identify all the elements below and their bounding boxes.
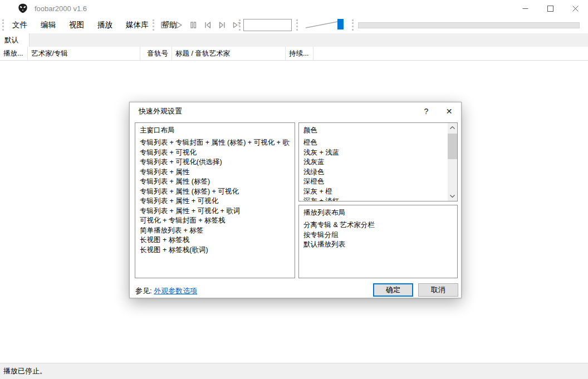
help-icon: ? [424, 107, 429, 116]
toolbar-grip[interactable] [352, 19, 354, 31]
dialog-close-button[interactable]: ✕ [438, 102, 460, 120]
pause-icon [188, 20, 198, 30]
previous-track-button[interactable] [202, 19, 214, 31]
playlist-column-headers: 播放... 艺术家/专辑 音轨号 标题 / 音轨艺术家 持续... [0, 47, 588, 61]
quick-appearance-setup-dialog: 快速外观设置 ? ✕ 主窗口布局 专辑列表 + 专辑封面 + 属性 (标签) +… [129, 102, 462, 298]
search-input[interactable] [243, 19, 292, 31]
main-layout-listbox[interactable]: 主窗口布局 专辑列表 + 专辑封面 + 属性 (标签) + 可视化 + 歌词专辑… [135, 122, 295, 278]
layout-option[interactable]: 长视图 + 标签栈(歌词) [140, 245, 290, 255]
color-option[interactable]: 深灰 + 橙 [303, 187, 445, 197]
column-header-track-number[interactable]: 音轨号 [140, 47, 172, 60]
layout-option[interactable]: 专辑列表 + 属性 [140, 168, 290, 178]
color-option[interactable]: 浅灰蓝 [303, 157, 445, 168]
playlist-layout-listbox[interactable]: 播放列表布局 分离专辑 & 艺术家分栏按专辑分组默认播放列表 [298, 205, 458, 278]
layout-option[interactable]: 可视化 + 专辑封面 + 标签栈 [140, 216, 290, 226]
volume-track [306, 22, 337, 28]
playback-toolbar: ? [158, 19, 243, 31]
layout-option[interactable]: 专辑列表 + 专辑封面 + 属性 (标签) + 可视化 + 歌词 [140, 138, 290, 148]
chevron-up-icon [450, 126, 455, 129]
minimize-button[interactable] [513, 0, 538, 17]
menu-item[interactable]: 编辑 [34, 17, 62, 33]
maximize-icon [547, 6, 553, 12]
stop-icon [159, 20, 169, 30]
column-header-title-artist[interactable]: 标题 / 音轨艺术家 [172, 47, 286, 60]
playlist-tab-default[interactable]: 默认 [0, 33, 30, 47]
dialog-help-button[interactable]: ? [415, 102, 438, 120]
next-track-button[interactable] [216, 19, 228, 31]
menu-item[interactable]: 媒体库 [119, 17, 155, 33]
color-options: 橙色浅灰 + 浅蓝浅灰蓝浅绿色深橙色深灰 + 橙深灰 + 淡红 [303, 138, 445, 201]
playlist-layout-option[interactable]: 默认播放列表 [303, 240, 453, 250]
scroll-down-button[interactable] [448, 191, 457, 201]
playlist-layout-header: 播放列表布局 [303, 208, 453, 218]
window-titlebar: foobar2000 v1.6 [0, 0, 588, 17]
cancel-button[interactable]: 取消 [418, 283, 458, 297]
volume-handle[interactable] [337, 19, 344, 29]
color-option[interactable]: 深灰 + 淡红 [303, 196, 445, 201]
colors-listbox[interactable]: 颜色 橙色浅灰 + 浅蓝浅灰蓝浅绿色深橙色深灰 + 橙深灰 + 淡红 [298, 122, 458, 201]
layout-option[interactable]: 专辑列表 + 属性 + 可视化 + 歌词 [140, 206, 290, 216]
play-icon [174, 20, 184, 30]
window-controls [513, 0, 588, 17]
play-button[interactable] [173, 19, 185, 31]
menu-item[interactable]: 播放 [91, 17, 119, 33]
ok-button[interactable]: 确定 [373, 283, 413, 297]
close-icon: ✕ [446, 107, 453, 116]
layout-option[interactable]: 专辑列表 + 属性 + 可视化 [140, 196, 290, 206]
menu-bar: 文件编辑视图播放媒体库帮助 [6, 17, 184, 33]
color-option[interactable]: 浅灰 + 浅蓝 [303, 148, 445, 158]
volume-slider[interactable] [304, 18, 345, 31]
maximize-button[interactable] [538, 0, 563, 17]
column-header-artist-album[interactable]: 艺术家/专辑 [28, 47, 140, 60]
scroll-up-button[interactable] [448, 123, 457, 132]
menu-item[interactable]: 文件 [6, 17, 34, 33]
color-option[interactable]: 橙色 [303, 138, 445, 148]
colors-header: 颜色 [303, 126, 445, 135]
playlist-layout-option[interactable]: 按专辑分组 [303, 230, 453, 240]
next-icon [217, 20, 227, 30]
layout-option[interactable]: 专辑列表 + 可视化(供选择) [140, 157, 290, 168]
layout-option[interactable]: 专辑列表 + 属性 (标签) + 可视化 [140, 187, 290, 197]
playlist-layout-options: 分离专辑 & 艺术家分栏按专辑分组默认播放列表 [303, 220, 453, 250]
chevron-down-icon [450, 195, 455, 198]
see-also-row: 参见: 外观参数选项 [135, 286, 197, 296]
pause-button[interactable] [187, 19, 199, 31]
random-playback-button[interactable]: ? [231, 19, 243, 31]
colors-scrollbar[interactable] [448, 123, 457, 201]
see-also-label: 参见: [135, 287, 152, 295]
color-option[interactable]: 深橙色 [303, 177, 445, 187]
playlist-layout-option[interactable]: 分离专辑 & 艺术家分栏 [303, 220, 453, 230]
main-layout-options: 专辑列表 + 专辑封面 + 属性 (标签) + 可视化 + 歌词专辑列表 + 可… [140, 138, 290, 255]
column-header-spacer [313, 47, 588, 60]
dialog-titlebar: 快速外观设置 ? ✕ [130, 102, 461, 120]
playlist-tab-strip: 默认 [0, 33, 588, 47]
close-button[interactable] [563, 0, 588, 17]
toolbar-grip[interactable] [153, 19, 154, 31]
foobar2000-logo-icon [18, 3, 28, 13]
seek-bar[interactable] [358, 22, 580, 28]
layout-option[interactable]: 专辑列表 + 属性 (标签) [140, 177, 290, 187]
dialog-title: 快速外观设置 [139, 102, 182, 120]
toolbar-grip[interactable] [2, 19, 4, 31]
layout-option[interactable]: 简单播放列表 + 标签 [140, 226, 290, 236]
appearance-preferences-link[interactable]: 外观参数选项 [154, 287, 197, 295]
minimize-icon [522, 6, 528, 12]
layout-option[interactable]: 长视图 + 标签栈 [140, 235, 290, 245]
svg-text:?: ? [238, 21, 241, 27]
random-icon: ? [232, 20, 242, 30]
window-title: foobar2000 v1.6 [35, 4, 87, 13]
dialog-titlebar-buttons: ? ✕ [415, 102, 460, 120]
toolbar-grip[interactable] [296, 19, 298, 31]
scrollbar-thumb[interactable] [448, 134, 457, 159]
close-icon [572, 6, 579, 12]
column-header-playing[interactable]: 播放... [0, 47, 28, 60]
status-text: 播放已停止。 [3, 367, 47, 375]
layout-option[interactable]: 专辑列表 + 可视化 [140, 148, 290, 158]
status-bar: 播放已停止。 [0, 363, 588, 379]
color-option[interactable]: 浅绿色 [303, 168, 445, 178]
previous-icon [203, 20, 213, 30]
main-layout-header: 主窗口布局 [140, 126, 290, 135]
column-header-duration[interactable]: 持续... [286, 47, 313, 60]
stop-button[interactable] [158, 19, 170, 31]
menu-item[interactable]: 视图 [62, 17, 91, 33]
